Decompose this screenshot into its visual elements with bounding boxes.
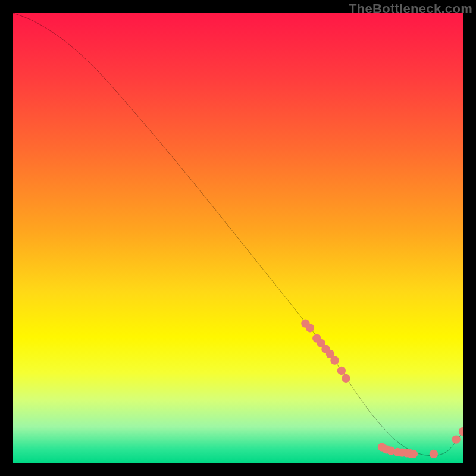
marker-point [409, 450, 418, 458]
marker-point [452, 436, 460, 444]
plot-area [13, 13, 463, 463]
marker-point [330, 356, 339, 364]
bottleneck-curve [13, 13, 463, 456]
chart-svg [13, 13, 463, 463]
marker-point [342, 374, 350, 383]
marker-point [459, 427, 463, 436]
chart-container: TheBottleneck.com [0, 0, 476, 476]
watermark-text: TheBottleneck.com [349, 1, 472, 17]
marker-point [306, 324, 314, 332]
marker-point [430, 450, 438, 458]
marker-point [337, 367, 346, 375]
highlight-points [301, 319, 463, 458]
